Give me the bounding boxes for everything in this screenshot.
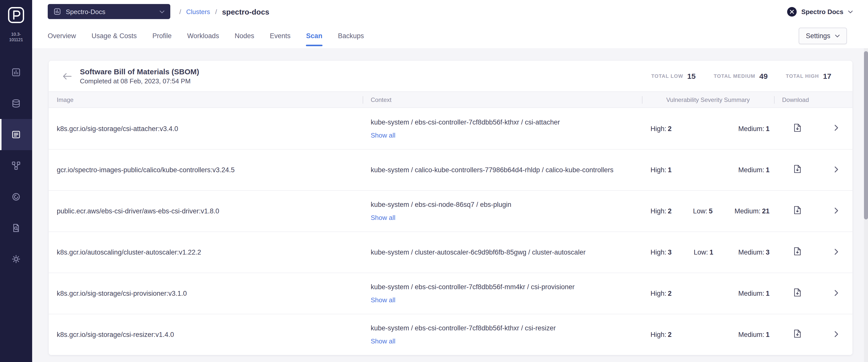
chevron-right-icon (834, 207, 838, 216)
table-row[interactable]: k8s.gcr.io/sig-storage/csi-attacher:v3.4… (49, 108, 852, 149)
row-expand-chevron[interactable] (820, 330, 852, 339)
show-all-link[interactable]: Show all (371, 336, 628, 346)
main-column: Spectro-Docs / Clusters / spectro-docs S… (32, 0, 868, 362)
column-download: Download (774, 96, 852, 103)
app-window: 10.3- 101121 Spectro-Docs / Clu (0, 0, 868, 362)
tab-events[interactable]: Events (270, 23, 290, 48)
tab-overview[interactable]: Overview (48, 23, 76, 48)
download-sbom-button[interactable] (774, 165, 820, 175)
medium-severity: Medium:1 (738, 331, 770, 338)
low-severity: Low:5 (693, 207, 734, 215)
tab-scan[interactable]: Scan (306, 23, 322, 48)
sidebar-item-audit-search[interactable] (0, 212, 32, 243)
scrollbar[interactable] (864, 48, 868, 362)
total-total-low: TOTAL LOW15 (651, 72, 696, 80)
breadcrumb-clusters-link[interactable]: Clusters (186, 8, 210, 15)
topbar: Spectro-Docs / Clusters / spectro-docs S… (32, 0, 868, 23)
row-expand-chevron[interactable] (820, 248, 852, 257)
row-expand-chevron[interactable] (820, 124, 852, 133)
context-cell: kube-system / ebs-csi-controller-7cf8dbb… (363, 323, 642, 346)
download-sbom-button[interactable] (774, 206, 820, 217)
column-image: Image (49, 96, 363, 103)
show-all-link[interactable]: Show all (371, 213, 628, 223)
audit-search-icon (11, 223, 21, 233)
tenant-menu[interactable]: Spectro Docs (787, 7, 853, 16)
context-cell: kube-system / calico-kube-controllers-77… (363, 165, 642, 175)
medium-severity: Medium:3 (738, 249, 770, 256)
tenant-name: Spectro Docs (801, 8, 843, 15)
project-selector[interactable]: Spectro-Docs (48, 4, 170, 19)
chevron-down-icon (835, 34, 840, 37)
context-cell: kube-system / ebs-csi-controller-7cf8dbb… (363, 117, 642, 140)
dashboard-icon (11, 67, 21, 77)
sidebar-item-dashboard[interactable] (0, 57, 32, 88)
column-severity: Vulnerability Severity Summary (642, 96, 774, 103)
scrollbar-thumb[interactable] (864, 51, 868, 220)
medium-severity: Medium:1 (738, 290, 770, 297)
high-severity: High:1 (651, 166, 694, 174)
table-row[interactable]: gcr.io/spectro-images-public/calico/kube… (49, 149, 852, 190)
context-text: kube-system / ebs-csi-controller-7cf8dbb… (371, 117, 628, 127)
context-text: kube-system / calico-kube-controllers-77… (371, 165, 628, 175)
show-all-link[interactable]: Show all (371, 130, 628, 140)
gear-icon (11, 254, 21, 264)
file-download-icon (794, 123, 801, 134)
show-all-link[interactable]: Show all (371, 295, 628, 305)
breadcrumb: / Clusters / spectro-docs (179, 7, 269, 16)
image-name: k8s.gcr.io/sig-storage/csi-attacher:v3.4… (49, 125, 363, 132)
severity-cell: High:3Low:1Medium:3 (642, 249, 774, 256)
back-arrow-icon[interactable] (63, 72, 72, 79)
download-sbom-button[interactable] (774, 123, 820, 134)
spectro-cloud-logo[interactable] (6, 5, 26, 25)
table-row[interactable]: k8s.gcr.io/autoscaling/cluster-autoscale… (49, 231, 852, 273)
sbom-card: Software Bill of Materials (SBOM) Comple… (49, 61, 852, 355)
row-expand-chevron[interactable] (820, 165, 852, 174)
table-row[interactable]: k8s.gcr.io/sig-storage/csi-provisioner:v… (49, 273, 852, 314)
file-download-icon (794, 247, 801, 258)
total-total-high: TOTAL HIGH17 (786, 72, 831, 80)
profiles-stack-icon (11, 98, 21, 108)
severity-cell: High:2Medium:1 (642, 331, 774, 338)
chevron-down-icon (159, 10, 165, 13)
tab-backups[interactable]: Backups (338, 23, 364, 48)
sidebar: 10.3- 101121 (0, 0, 32, 362)
breadcrumb-current: spectro-docs (222, 7, 269, 16)
image-name: k8s.gcr.io/autoscaling/cluster-autoscale… (49, 249, 363, 256)
sidebar-item-profiles-stack[interactable] (0, 88, 32, 119)
file-download-icon (794, 165, 801, 175)
table-row[interactable]: k8s.gcr.io/sig-storage/csi-resizer:v1.4.… (49, 314, 852, 355)
image-name: gcr.io/spectro-images-public/calico/kube… (49, 166, 363, 174)
medium-severity: Medium:1 (738, 166, 770, 174)
download-sbom-button[interactable] (774, 247, 820, 258)
column-context: Context (363, 96, 642, 103)
row-expand-chevron[interactable] (820, 289, 852, 298)
sidebar-nav (0, 57, 32, 275)
row-expand-chevron[interactable] (820, 207, 852, 216)
download-sbom-button[interactable] (774, 329, 820, 340)
settings-button[interactable]: Settings (799, 27, 847, 44)
high-severity: High:2 (651, 125, 694, 132)
sbom-completed-at: Completed at 08 Feb, 2023, 07:54 PM (80, 77, 199, 85)
tab-workloads[interactable]: Workloads (187, 23, 219, 48)
image-name: k8s.gcr.io/sig-storage/csi-resizer:v1.4.… (49, 331, 363, 338)
table-row[interactable]: public.ecr.aws/ebs-csi-driver/aws-ebs-cs… (49, 190, 852, 231)
severity-cell: High:2Medium:1 (642, 290, 774, 297)
sidebar-item-network[interactable] (0, 150, 32, 181)
tab-profile[interactable]: Profile (152, 23, 172, 48)
high-severity: High:2 (651, 290, 694, 297)
sidebar-item-clusters-list[interactable] (0, 119, 32, 150)
content-area: Software Bill of Materials (SBOM) Comple… (32, 48, 868, 362)
project-icon (53, 7, 61, 15)
chevron-down-icon (848, 10, 853, 13)
image-name: k8s.gcr.io/sig-storage/csi-provisioner:v… (49, 290, 363, 297)
ring-icon (11, 192, 21, 202)
chevron-right-icon (834, 289, 838, 298)
severity-cell: High:2Medium:1 (642, 125, 774, 132)
tab-nodes[interactable]: Nodes (235, 23, 254, 48)
download-sbom-button[interactable] (774, 288, 820, 299)
breadcrumb-separator: / (215, 8, 217, 15)
sidebar-item-ring[interactable] (0, 181, 32, 212)
sidebar-item-gear[interactable] (0, 243, 32, 275)
project-selector-label: Spectro-Docs (66, 8, 159, 15)
tab-usage-costs[interactable]: Usage & Costs (92, 23, 137, 48)
